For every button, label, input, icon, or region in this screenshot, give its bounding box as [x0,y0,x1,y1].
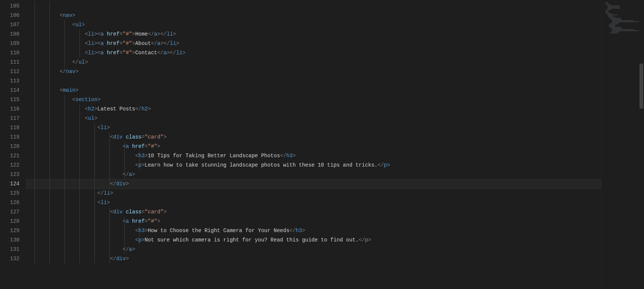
line-number[interactable]: 127 [0,207,19,217]
code-line[interactable]: <li><a href="#">About</a></li> [26,39,601,48]
code-line[interactable]: <a href="#"> [26,142,601,151]
line-number[interactable]: 132 [0,254,19,264]
code-line[interactable]: </nav> [26,67,601,76]
indent-guide [64,95,65,104]
code-line[interactable] [26,76,601,86]
code-line[interactable]: </a> [26,170,601,179]
line-number[interactable]: 119 [0,133,19,142]
token-tag: p [138,162,141,168]
indent-guide [79,217,80,226]
code-line[interactable]: <a href="#"> [26,217,601,226]
indent-guide [139,226,140,235]
line-number-gutter[interactable]: 1051061071081091101111121131141151161171… [0,0,26,289]
token-tag: a [100,31,103,37]
line-number[interactable]: 128 [0,217,19,226]
code-line[interactable]: <li> [26,198,601,207]
vertical-scrollbar[interactable] [639,0,644,289]
line-number[interactable]: 126 [0,198,19,207]
line-number[interactable]: 123 [0,170,19,179]
code-line[interactable]: <ul> [26,20,601,30]
indent-guide [34,123,35,133]
line-number[interactable]: 109 [0,39,19,48]
line-number[interactable]: 129 [0,226,19,235]
line-number[interactable]: 115 [0,95,19,104]
code-line[interactable]: <h3>10 Tips for Taking Better Landscape … [26,151,601,161]
code-line[interactable]: <li> [26,123,601,133]
code-line[interactable] [26,1,601,11]
line-number[interactable]: 124 [0,179,19,189]
token-pn: > [293,153,296,159]
line-number[interactable]: 106 [0,11,19,20]
code-line[interactable]: <div class="card"> [26,207,601,217]
indent-guide [34,170,35,179]
indent-guide [139,235,140,245]
code-line[interactable]: <h2>Latest Posts</h2> [26,104,601,114]
code-editor[interactable]: 1051061071081091101111121131141151161171… [0,0,644,289]
code-line[interactable]: </a> [26,245,601,254]
code-area[interactable]: <nav> <ul> <li><a href="#">Home</a></li>… [26,0,601,289]
code-line[interactable]: <p>Not sure which camera is right for yo… [26,235,601,245]
code-line[interactable]: <nav> [26,11,601,20]
line-number[interactable]: 121 [0,151,19,161]
token-pn: > [148,106,151,112]
indent-guide [64,161,65,170]
indent-guide [124,170,125,179]
line-number[interactable]: 113 [0,76,19,86]
token-tag: h2 [142,106,148,112]
indent-guide [49,245,50,254]
code-line[interactable]: <p>Learn how to take stunning landscape … [26,161,601,170]
line-number[interactable]: 120 [0,142,19,151]
line-number[interactable]: 111 [0,58,19,67]
minimap-line [611,31,619,32]
scrollbar-thumb[interactable] [640,64,643,109]
code-line[interactable]: <section> [26,95,601,104]
code-line[interactable]: </ul> [26,58,601,67]
indent-guide [109,133,110,142]
line-number[interactable]: 112 [0,67,19,76]
token-pn: = [142,209,145,215]
indent-guide [34,114,35,123]
token-attr: class [126,209,142,215]
code-line[interactable]: </div> [26,254,601,264]
code-line[interactable]: <div class="card"> [26,133,601,142]
line-number[interactable]: 116 [0,104,19,114]
line-number[interactable]: 114 [0,86,19,95]
line-number[interactable]: 131 [0,245,19,254]
code-line[interactable]: <h3>How to Choose the Right Camera for Y… [26,226,601,235]
line-number[interactable]: 130 [0,235,19,245]
token-tag: li [88,31,94,37]
minimap-line [609,17,615,18]
token-pn: > [387,162,390,168]
code-line[interactable]: <li><a href="#">Home</a></li> [26,30,601,39]
indent-guide [94,254,95,264]
indent-guide [49,104,50,114]
code-line[interactable]: </li> [26,189,601,198]
line-number[interactable]: 122 [0,161,19,170]
code-line[interactable]: </div> [26,179,601,189]
indent-guide [34,133,35,142]
line-number[interactable]: 110 [0,48,19,58]
code-line[interactable]: <main> [26,86,601,95]
code-line[interactable]: <li><a href="#">Contact</a></li> [26,48,601,58]
indent-guide [79,207,80,217]
line-number[interactable]: 118 [0,123,19,133]
minimap[interactable] [601,0,639,289]
token-pn: > [82,22,85,28]
token-tag: nav [63,12,72,18]
code-line[interactable]: <ul> [26,114,601,123]
line-number[interactable]: 105 [0,1,19,11]
minimap-line [605,10,609,11]
token-attr: class [126,134,142,140]
line-number[interactable]: 125 [0,189,19,198]
indent-guide [94,161,95,170]
indent-guide [109,170,110,179]
indent-guide [34,76,35,86]
indent-guide [49,170,50,179]
token-pn: < [85,31,88,37]
line-number[interactable]: 107 [0,20,19,30]
line-number[interactable]: 108 [0,30,19,39]
token-tag: h3 [286,153,293,159]
indent-guide [79,30,80,39]
line-number[interactable]: 117 [0,114,19,123]
indent-guide [34,217,35,226]
